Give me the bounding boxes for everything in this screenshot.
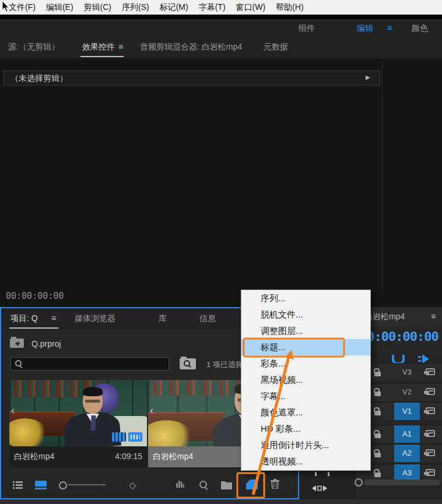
tab-project[interactable]: 项目: Q (10, 313, 38, 324)
workspace-assembly[interactable]: 组件 (299, 23, 315, 34)
active-tab-underline (9, 327, 58, 329)
track-target-v3[interactable]: V3 (394, 364, 420, 381)
expand-arrow-icon[interactable]: ▶ (366, 74, 370, 80)
timeline-timecode[interactable]: 00:00:00:00 (360, 329, 439, 344)
menu-title[interactable]: 字幕(T) (194, 2, 231, 13)
find-icon[interactable] (199, 481, 208, 489)
menu-help[interactable]: 帮助(H) (271, 2, 308, 13)
clip-header-bar: （未选择剪辑） ▶ (3, 71, 380, 86)
track-output-icon[interactable] (426, 430, 435, 437)
track-output-icon[interactable] (426, 388, 435, 395)
track-lock-icon[interactable] (374, 430, 381, 438)
project-panel-menu-icon[interactable]: ≡ (51, 313, 56, 323)
tab-effect-controls[interactable]: 效果控件 (82, 42, 115, 52)
navigate-up-icon[interactable] (10, 339, 24, 348)
list-view-icon[interactable] (13, 481, 23, 489)
menu-item-title[interactable]: 标题... (241, 339, 370, 355)
menu-item-hd-bars[interactable]: HD 彩条... (241, 421, 370, 438)
effect-controls-timecode[interactable]: 00:00:00:00 (6, 291, 64, 301)
track-output-icon[interactable] (426, 469, 435, 476)
icon-view-icon[interactable] (35, 481, 47, 489)
menu-item-bars-tone[interactable]: 彩条... (241, 355, 370, 372)
track-lock-icon[interactable] (374, 407, 381, 415)
clip-name[interactable]: 白岩松mp4 (153, 452, 193, 462)
clip-duration: 4:09:15 (115, 452, 142, 461)
tab-media-browser[interactable]: 媒体浏览器 (75, 313, 115, 324)
menu-marker[interactable]: 标记(M) (155, 2, 194, 13)
workspace-color[interactable]: 颜色 (412, 23, 428, 34)
track-target-a1[interactable]: A1 (394, 425, 420, 443)
workspace-bar: 组件 编辑 ≡ 颜色 (0, 19, 442, 36)
sort-icons-icon[interactable]: ◇ (129, 480, 136, 491)
menubar: 文件(F) 编辑(E) 剪辑(C) 序列(S) 标记(M) 字幕(T) 窗口(W… (0, 0, 442, 15)
clip-name[interactable]: 白岩松mp4 (14, 452, 54, 462)
timeline-menu-icon[interactable]: ≡ (431, 312, 436, 321)
track-lock-icon[interactable] (374, 368, 381, 376)
tool-icon-partial (315, 472, 317, 476)
menu-item-black-video[interactable]: 黑场视频... (241, 372, 370, 388)
video-thumbnail-image (9, 380, 147, 446)
scrub-left-icon[interactable]: ‹ (11, 404, 15, 417)
zoom-slider-track[interactable] (68, 484, 106, 485)
timeline-scroll-handle[interactable] (355, 478, 363, 487)
tab-audio-mixer[interactable]: 音频剪辑混合器: 白岩松mp4 (140, 42, 242, 52)
clear-trash-icon[interactable] (271, 479, 279, 489)
tool-icon-partial (328, 472, 329, 476)
no-clip-selected-label: （未选择剪辑） (10, 73, 68, 84)
upper-panel-tabs: 源:（无剪辑） 效果控件 ≡ 音频剪辑混合器: 白岩松mp4 元数据 (0, 36, 442, 58)
effect-controls-panel: （未选择剪辑） ▶ 00:00:00:00 (0, 58, 442, 307)
clip-card[interactable]: ‹ 白岩松mp4 4:09:15 (9, 380, 147, 467)
automate-to-sequence-icon[interactable] (176, 481, 185, 488)
panel-divider (382, 58, 383, 290)
window-divider (0, 15, 442, 19)
track-target-a2[interactable]: A2 (394, 445, 420, 462)
search-bin-icon[interactable] (180, 358, 196, 369)
track-lock-icon[interactable] (374, 388, 381, 396)
track-lock-icon[interactable] (374, 469, 381, 477)
track-target-v2[interactable]: V2 (394, 383, 420, 401)
menu-item-offline-file[interactable]: 脱机文件... (241, 306, 370, 323)
menu-item-color-matte[interactable]: 颜色遮罩... (241, 405, 370, 421)
search-icon (15, 360, 23, 368)
premiere-window: 文件(F) 编辑(E) 剪辑(C) 序列(S) 标记(M) 字幕(T) 窗口(W… (0, 0, 442, 504)
audio-usage-icon[interactable] (128, 432, 142, 442)
scrub-left-icon[interactable]: ‹ (150, 404, 153, 417)
track-output-icon[interactable] (426, 449, 435, 456)
project-name[interactable]: Q.prproj (31, 339, 61, 348)
menu-item-captions[interactable]: 字幕... (241, 389, 370, 405)
search-input[interactable] (10, 357, 169, 371)
menu-item-sequence[interactable]: 序列... (241, 290, 370, 306)
timeline-scrollbar[interactable] (364, 480, 440, 485)
workspace-menu-icon[interactable]: ≡ (387, 23, 392, 33)
menu-item-transparent-video[interactable]: 透明视频... (241, 454, 370, 470)
selection-status: 1 项已选择 (206, 360, 243, 370)
panel-menu-icon[interactable]: ≡ (118, 42, 123, 51)
track-target-v1[interactable]: V1 (394, 403, 420, 420)
track-lock-icon[interactable] (374, 449, 381, 457)
clip-thumbnail[interactable]: ‹ (9, 380, 147, 446)
new-bin-icon[interactable] (221, 481, 232, 489)
video-usage-icon[interactable] (112, 432, 126, 442)
new-item-icon[interactable] (246, 480, 258, 489)
track-output-icon[interactable] (426, 407, 435, 414)
workspace-editing[interactable]: 编辑 (357, 23, 373, 34)
menu-sequence[interactable]: 序列(S) (117, 2, 155, 13)
menu-window[interactable]: 窗口(W) (231, 2, 271, 13)
tab-libraries[interactable]: 库 (159, 313, 167, 324)
track-select-tool-icon[interactable] (312, 484, 327, 493)
menu-edit[interactable]: 编辑(E) (41, 2, 79, 13)
new-item-menu: 序列... 脱机文件... 调整图层... 标题... 彩条... 黑场视频..… (241, 290, 371, 471)
track-output-icon[interactable] (426, 368, 435, 375)
window-bottom-edge (0, 499, 442, 504)
tab-info[interactable]: 信息 (199, 313, 216, 324)
clip-label-bar[interactable]: 白岩松mp4 4:09:15 (9, 446, 147, 467)
tab-source-monitor[interactable]: 源:（无剪辑） (8, 42, 59, 52)
tab-metadata[interactable]: 元数据 (264, 42, 288, 52)
zoom-slider-handle[interactable] (59, 481, 67, 489)
menu-clip[interactable]: 剪辑(C) (79, 2, 117, 13)
menu-item-universal-counting-leader[interactable]: 通用倒计时片头... (241, 438, 370, 454)
menu-item-adjustment-layer[interactable]: 调整图层... (241, 323, 370, 339)
active-tab-underline (80, 56, 124, 57)
mouse-cursor-icon (2, 1, 11, 14)
